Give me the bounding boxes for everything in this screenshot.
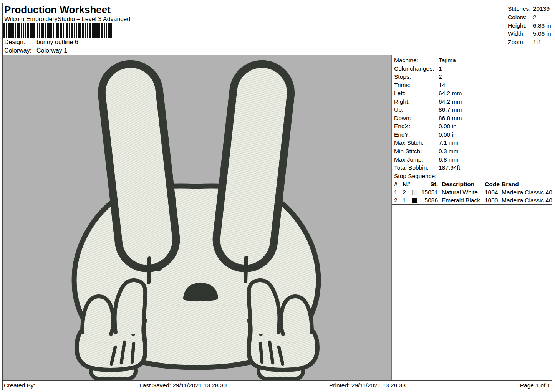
machine-label: Min Stitch: (392, 147, 439, 155)
stop-sequence-row: 2. 1 5086 Emerald Black 1000 Madeira Cla… (392, 196, 552, 204)
stop-sequence-row: 1. 2 15051 Natural White 1004 Madeira Cl… (392, 188, 552, 196)
stat-value: 6.83 in (533, 22, 551, 30)
machine-value: 0.00 in (439, 131, 457, 139)
stat-value: 2 (533, 13, 537, 22)
stat-label: Width: (508, 30, 533, 38)
machine-label: EndY: (392, 131, 439, 139)
design-name: bunny outline 6 (36, 39, 78, 46)
col-header-code: Code (485, 180, 497, 188)
colorway-label: Colorway: (4, 47, 36, 54)
machine-label: Max Jump: (392, 155, 439, 164)
machine-label: Stops: (392, 73, 439, 81)
stat-row-colors: Colors: 2 (508, 13, 552, 22)
stat-row-height: Height: 6.83 in (508, 22, 552, 30)
stat-label: Height: (508, 22, 533, 30)
col-header-needle: N# (403, 180, 412, 188)
design-stats-box: Stitches: 20139 Colors: 2 Height: 6.83 i… (504, 3, 552, 55)
machine-label: Down: (392, 114, 439, 122)
stat-label: Colors: (508, 13, 533, 22)
printed-text: Printed: 29/11/2021 13.28.33 (329, 382, 406, 389)
stat-value: 5.06 in (533, 30, 551, 38)
machine-value: 2 (439, 73, 442, 81)
machine-value: 64.2 mm (439, 98, 462, 106)
machine-value: 7.1 mm (439, 139, 459, 147)
machine-value: 187.94ft (439, 164, 460, 172)
machine-value: 64.2 mm (439, 89, 462, 98)
col-header-description: Description (442, 180, 485, 188)
created-by-label: Created By: (4, 382, 35, 389)
machine-info-panel: Machine:Tajima Color changes:1 Stops:2 T… (391, 55, 552, 380)
stat-label: Zoom: (508, 38, 533, 46)
page-number: Page 1 of 1 (520, 382, 550, 389)
stat-label: Stitches: (508, 5, 533, 13)
barcode (3, 23, 116, 38)
stat-row-zoom: Zoom: 1:1 (508, 38, 552, 46)
bunny-design-preview (3, 55, 391, 380)
machine-value: 6.8 mm (439, 155, 459, 164)
machine-label: Left: (392, 89, 439, 98)
machine-value: 0.00 in (439, 122, 457, 131)
machine-label: Color changes: (392, 65, 439, 73)
design-label: Design: (4, 39, 36, 46)
footer-bar: Created By: Last Saved: 29/11/2021 13.28… (2, 380, 552, 390)
stop-sequence-section: Stop Sequence: # N# St. Description Code… (392, 171, 552, 205)
stop-sequence-header-row: # N# St. Description Code Brand (392, 180, 552, 188)
machine-value: 86.7 mm (439, 106, 462, 114)
colorway-name: Colorway 1 (36, 47, 67, 54)
machine-label: EndX: (392, 122, 439, 131)
header-title-block: Production Worksheet Wilcom EmbroiderySt… (2, 3, 504, 55)
machine-label: Max Stitch: (392, 139, 439, 147)
last-saved-text: Last Saved: 29/11/2021 13.28.30 (139, 382, 227, 389)
production-worksheet-page: Production Worksheet Wilcom EmbroiderySt… (0, 0, 555, 392)
color-swatch-natural-white (412, 190, 417, 195)
stat-value: 20139 (533, 5, 550, 13)
col-header-num: # (394, 180, 403, 188)
machine-label: Machine: (392, 56, 439, 65)
design-canvas (3, 55, 391, 380)
software-subtitle: Wilcom EmbroideryStudio – Level 3 Advanc… (4, 16, 130, 23)
machine-value: 86.8 mm (439, 114, 462, 122)
machine-value: Tajima (439, 56, 456, 65)
machine-label: Right: (392, 98, 439, 106)
machine-value: 1 (439, 65, 442, 73)
color-swatch-emerald-black (412, 198, 417, 203)
col-header-brand: Brand (502, 180, 519, 188)
machine-label: Up: (392, 106, 439, 114)
machine-value: 0.3 mm (439, 147, 459, 155)
machine-label: Total Bobbin: (392, 164, 439, 172)
stop-sequence-title: Stop Sequence: (392, 172, 552, 180)
machine-info-section: Machine:Tajima Color changes:1 Stops:2 T… (392, 55, 552, 171)
page-title: Production Worksheet (4, 4, 111, 16)
stat-row-stitches: Stitches: 20139 (508, 5, 552, 13)
machine-value: 14 (439, 81, 445, 89)
col-header-stitches: St. (420, 180, 438, 188)
stat-row-width: Width: 5.06 in (508, 30, 552, 38)
machine-label: Trims: (392, 81, 439, 89)
stat-value: 1:1 (533, 38, 542, 46)
